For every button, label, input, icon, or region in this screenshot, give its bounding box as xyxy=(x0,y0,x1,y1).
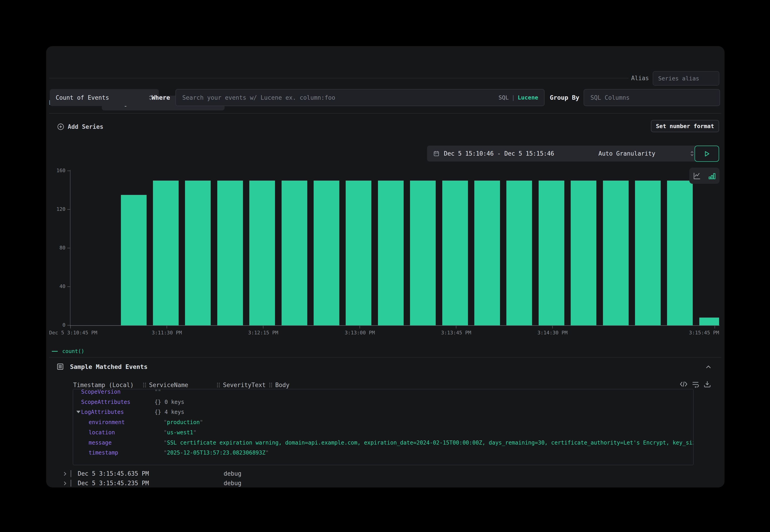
series-alias-input[interactable] xyxy=(658,75,714,82)
chart-bar xyxy=(506,181,532,326)
lucene-search-input[interactable] xyxy=(182,94,496,101)
event-detail-panel: ScopeVersion""ScopeAttributes{}0 keysLog… xyxy=(73,389,694,465)
attribute-key: LogAttributes xyxy=(81,409,124,415)
sql-mode-toggle[interactable]: SQL xyxy=(499,94,509,101)
chevron-up-down-icon xyxy=(690,150,695,157)
chart-bar xyxy=(217,181,243,326)
attribute-row[interactable]: environment"production" xyxy=(73,418,693,428)
event-row[interactable]: Dec 5 3:15:45.235 PMdebug xyxy=(46,479,725,487)
attribute-key: location xyxy=(89,429,115,436)
granularity-select[interactable]: Auto Granularity xyxy=(593,146,700,162)
drag-handle-icon[interactable] xyxy=(269,383,272,387)
event-row[interactable]: Dec 5 3:15:45.635 PMdebug xyxy=(46,469,725,479)
group-by-input[interactable] xyxy=(590,94,714,101)
attribute-row[interactable]: ScopeVersion"" xyxy=(73,389,693,397)
x-axis-line xyxy=(70,325,720,326)
x-tick xyxy=(715,325,715,328)
x-tick-label: 3:13:45 PM xyxy=(420,330,493,336)
chart-bar xyxy=(474,181,500,326)
chart-type-toolbar xyxy=(689,168,720,184)
attribute-row[interactable]: location"us-west1" xyxy=(73,428,693,438)
x-tick xyxy=(552,325,553,328)
column-header-body: Body xyxy=(269,380,289,390)
chart-bar xyxy=(314,181,339,326)
attribute-key: environment xyxy=(89,419,125,425)
chart-bar xyxy=(539,181,564,326)
bar-chart: 04080120160 Dec 5 3:10:45 PM3:11:30 PM3:… xyxy=(70,171,719,325)
column-label: SeverityText xyxy=(223,382,266,388)
x-tick-label: 3:15:45 PM xyxy=(646,330,719,336)
code-icon[interactable] xyxy=(679,380,688,388)
column-label: Timestamp (Local) xyxy=(73,382,134,388)
x-tick xyxy=(359,325,360,328)
chart-bar xyxy=(281,181,307,326)
x-tick-label: 3:12:15 PM xyxy=(227,330,299,336)
y-tick-label: 40 xyxy=(47,283,65,289)
severity-indicator xyxy=(70,480,71,487)
add-series-button[interactable]: Add Series xyxy=(57,123,103,131)
attribute-value: "2025-12-05T13:57:23.082306893Z" xyxy=(164,450,269,456)
event-timestamp: Dec 5 3:15:45.635 PM xyxy=(78,470,149,477)
column-header-timestamp-local-: Timestamp (Local) xyxy=(73,380,134,390)
chart-bar xyxy=(442,181,468,326)
alias-label: Alias xyxy=(631,75,649,82)
attribute-key: ScopeAttributes xyxy=(81,399,130,405)
events-divider xyxy=(49,357,721,358)
legend-swatch xyxy=(52,351,58,352)
x-tick xyxy=(70,325,71,328)
event-severity: debug xyxy=(224,470,241,477)
aggregate-select[interactable]: Count of Events xyxy=(50,89,159,106)
group-by-input-box xyxy=(584,89,720,106)
attribute-row[interactable]: LogAttributes{}4 keys xyxy=(73,407,693,418)
app-root: Data Source Logs Schema Alias Count xyxy=(0,0,770,532)
query-divider xyxy=(49,113,721,114)
language-divider: | xyxy=(512,94,515,101)
x-tick-label: 3:11:30 PM xyxy=(130,330,203,336)
where-label: Where xyxy=(152,94,170,101)
download-icon[interactable] xyxy=(703,380,712,388)
time-range-value: Dec 5 15:10:46 - Dec 5 15:15:46 xyxy=(444,150,554,157)
calendar-icon xyxy=(433,150,440,157)
lucene-mode-toggle[interactable]: Lucene xyxy=(518,94,538,101)
set-number-format-button[interactable]: Set number format xyxy=(651,120,719,132)
granularity-value: Auto Granularity xyxy=(598,150,655,157)
search-input-box: SQL | Lucene xyxy=(175,89,545,106)
x-tick xyxy=(456,325,456,328)
chart-bar xyxy=(346,181,371,326)
bar-chart-icon[interactable] xyxy=(708,171,717,180)
expand-chevron-icon[interactable] xyxy=(62,480,68,487)
expand-triangle-icon[interactable] xyxy=(76,411,80,413)
y-tick-label: 120 xyxy=(47,206,65,212)
attribute-row[interactable]: ScopeAttributes{}0 keys xyxy=(73,397,693,408)
x-tick xyxy=(167,325,167,328)
drag-handle-icon[interactable] xyxy=(143,383,146,387)
alias-input-box xyxy=(653,71,719,86)
wrap-text-icon[interactable] xyxy=(691,380,700,388)
expand-chevron-icon[interactable] xyxy=(62,470,68,477)
time-range-picker[interactable]: Dec 5 15:10:46 - Dec 5 15:15:46 xyxy=(427,146,598,162)
alias-divider xyxy=(49,78,629,78)
column-label: ServiceName xyxy=(149,382,188,388)
severity-indicator xyxy=(70,470,71,477)
play-icon xyxy=(703,150,710,157)
events-section-header: Sample Matched Events xyxy=(56,363,147,370)
run-query-button[interactable] xyxy=(695,146,719,162)
event-severity: debug xyxy=(224,480,241,487)
y-tick-label: 160 xyxy=(47,168,65,173)
attribute-value: "SSL certificate expiration warning, dom… xyxy=(164,440,694,446)
collapse-chevron-icon[interactable] xyxy=(704,363,713,371)
attribute-row[interactable]: timestamp"2025-12-05T13:57:23.082306893Z… xyxy=(73,448,693,458)
events-table-header: Timestamp (Local)ServiceNameSeverityText… xyxy=(73,380,695,390)
chart-bar xyxy=(153,181,179,326)
event-timestamp: Dec 5 3:15:45.235 PM xyxy=(78,480,149,487)
chart-bar xyxy=(571,181,596,326)
line-chart-icon[interactable] xyxy=(693,171,702,180)
drag-handle-icon[interactable] xyxy=(217,383,220,387)
column-label: Body xyxy=(275,382,289,388)
y-tick xyxy=(67,286,70,287)
attribute-row[interactable]: message"SSL certificate expiration warni… xyxy=(73,438,693,448)
attribute-key: timestamp xyxy=(89,450,118,456)
y-tick xyxy=(67,209,70,210)
legend-label[interactable]: count() xyxy=(62,348,84,354)
attribute-value-text: us-west1 xyxy=(167,429,193,436)
